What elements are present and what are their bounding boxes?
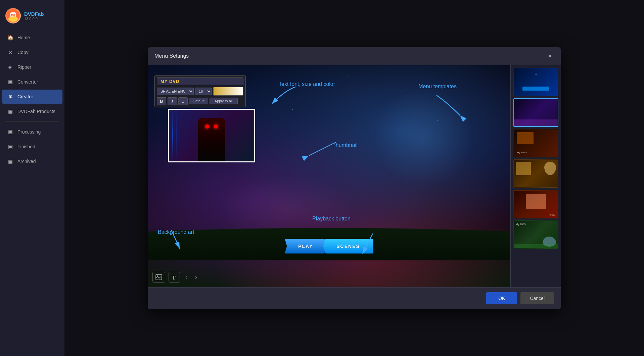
template-1-label: ⊙: [535, 72, 538, 75]
font-row-one: SF ALIEN ENCOU 16: [157, 87, 243, 96]
play-button[interactable]: PLAY: [285, 239, 326, 254]
template-3-card: [517, 132, 534, 144]
eye-left: [205, 124, 209, 129]
font-toolbar: MY DVD SF ALIEN ENCOU 16 B: [154, 75, 246, 107]
template-thumb-6[interactable]: My DVD: [513, 220, 558, 249]
sidebar-item-converter-label: Converter: [17, 79, 38, 85]
template-1-bar: [522, 87, 549, 91]
modal-title: Menu Settings: [154, 53, 189, 59]
dvdfab-products-icon: ▣: [7, 108, 13, 114]
ok-button[interactable]: OK: [486, 292, 517, 304]
template-thumb-4[interactable]: [513, 159, 558, 188]
sidebar-item-archived[interactable]: ▣ Archived: [2, 154, 62, 168]
template-4-photo: [516, 162, 531, 175]
template-6-bar: [514, 244, 558, 248]
thumbnail-eyes: [198, 124, 225, 129]
sidebar-item-copy-label: Copy: [17, 50, 29, 55]
thumbnail-figure: [198, 118, 225, 161]
text-icon: T: [172, 274, 177, 280]
nav-divider: [5, 121, 59, 122]
cancel-button[interactable]: Cancel: [520, 292, 554, 304]
eye-right: [214, 124, 218, 129]
svg-text:DVD: DVD: [9, 13, 16, 17]
apply-all-button[interactable]: Apply to all: [210, 98, 238, 104]
modal-footer: OK Cancel: [148, 287, 561, 309]
logo-text: DVDFab 13.0.0.0: [24, 11, 44, 21]
sidebar-item-finished-label: Finished: [17, 144, 35, 149]
preview-area: MY DVD SF ALIEN ENCOU 16 B: [148, 65, 510, 287]
line-left2: [176, 110, 177, 161]
creator-icon: ⊕: [7, 94, 13, 100]
template-thumb-1[interactable]: ⊙: [513, 68, 558, 96]
image-toolbar-button[interactable]: [152, 272, 165, 283]
default-button[interactable]: Default: [189, 98, 208, 104]
main-area: Menu Settings × MY DVD: [64, 0, 644, 356]
logo-area: DVD DVDFab 13.0.0.0: [0, 3, 64, 30]
thumbnail-frame[interactable]: [168, 109, 255, 162]
template-5-text: family: [549, 214, 555, 216]
sidebar-item-dvdfab-products-label: DVDFab Products: [17, 109, 55, 114]
sidebar-item-converter[interactable]: ▣ Converter: [2, 75, 62, 89]
modal-dialog: Menu Settings × MY DVD: [148, 47, 561, 309]
sidebar-item-home[interactable]: 🏠 Home: [2, 31, 62, 45]
logo-icon: DVD: [5, 8, 21, 23]
sidebar: DVD DVDFab 13.0.0.0 🏠 Home ⊙ Copy ◈ Ripp…: [0, 0, 64, 356]
sidebar-item-archived-label: Archived: [17, 159, 36, 164]
sidebar-item-processing-label: Processing: [17, 129, 41, 135]
text-toolbar-button[interactable]: T: [169, 272, 180, 283]
svg-point-2: [8, 16, 18, 22]
sidebar-item-creator-label: Creator: [17, 94, 33, 99]
modal-body: MY DVD SF ALIEN ENCOU 16 B: [148, 65, 561, 287]
template-6-title: My DVD: [516, 223, 526, 226]
font-name-select[interactable]: SF ALIEN ENCOU: [157, 88, 194, 95]
sidebar-item-creator[interactable]: ⊕ Creator: [2, 90, 62, 104]
converter-icon: ▣: [7, 79, 13, 85]
modal-close-button[interactable]: ×: [546, 52, 554, 60]
sidebar-item-finished[interactable]: ▣ Finished: [2, 140, 62, 154]
image-icon: [155, 274, 162, 280]
template-2-bottom: [514, 119, 558, 126]
copy-icon: ⊙: [7, 49, 13, 55]
processing-icon: ▣: [7, 129, 13, 135]
bold-button[interactable]: B: [157, 97, 166, 105]
bottom-toolbar: T ‹ ›: [152, 272, 199, 283]
template-thumb-2[interactable]: [513, 98, 558, 127]
italic-button[interactable]: I: [168, 97, 177, 105]
sidebar-item-copy[interactable]: ⊙ Copy: [2, 45, 62, 59]
font-row-two: B I U Default Apply to all: [157, 97, 243, 105]
next-button[interactable]: ›: [193, 272, 199, 282]
sidebar-item-ripper-label: Ripper: [17, 64, 31, 70]
logo-brand: DVDFab: [24, 11, 44, 17]
modal-overlay[interactable]: Menu Settings × MY DVD: [64, 0, 644, 356]
sidebar-item-dvdfab-products[interactable]: ▣ DVDFab Products: [2, 104, 62, 118]
thumbnail-inner: [169, 110, 254, 161]
template-thumb-5[interactable]: family: [513, 190, 558, 218]
templates-panel: ⊙ My DVD: [510, 65, 561, 287]
home-icon: 🏠: [7, 35, 13, 41]
sidebar-item-home-label: Home: [17, 35, 30, 40]
template-3-text: My DVD: [517, 151, 527, 154]
color-picker[interactable]: [213, 87, 243, 96]
logo-version: 13.0.0.0: [24, 17, 44, 21]
scenes-button[interactable]: SCENES: [323, 239, 373, 254]
font-size-select[interactable]: 16: [195, 88, 212, 95]
prev-button[interactable]: ‹: [183, 272, 190, 282]
sidebar-item-ripper[interactable]: ◈ Ripper: [2, 60, 62, 74]
finished-icon: ▣: [7, 144, 13, 150]
ripper-icon: ◈: [7, 64, 13, 70]
svg-text:T: T: [172, 275, 176, 280]
line-left: [172, 110, 173, 161]
modal-header: Menu Settings ×: [148, 47, 561, 65]
template-5-photo: [526, 194, 546, 209]
playback-button-group: PLAY SCENES: [285, 239, 373, 254]
underline-button[interactable]: U: [178, 97, 188, 105]
sidebar-item-processing[interactable]: ▣ Processing: [2, 125, 62, 139]
dvd-title[interactable]: MY DVD: [157, 78, 243, 85]
template-thumb-3[interactable]: My DVD: [513, 129, 558, 157]
archived-icon: ▣: [7, 158, 13, 164]
